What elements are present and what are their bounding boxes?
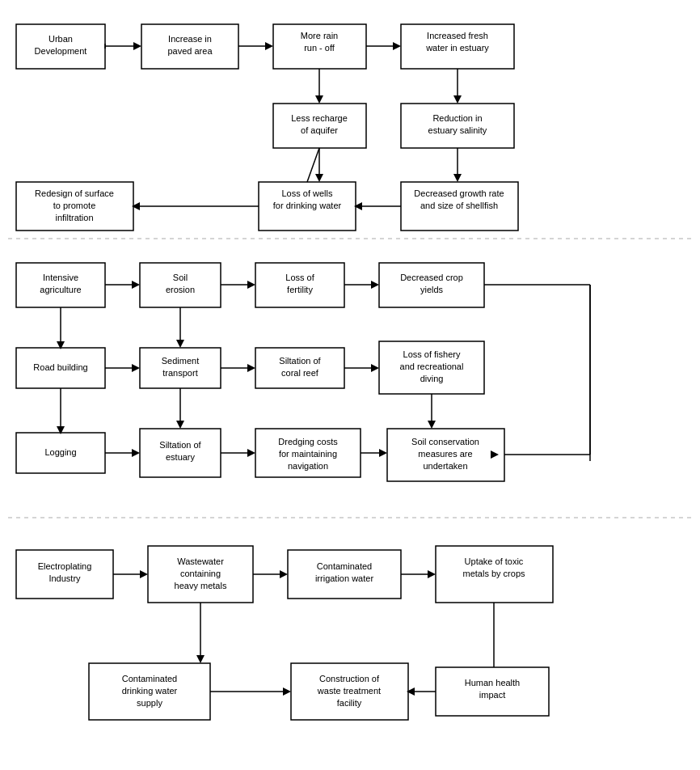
svg-marker-142 xyxy=(196,655,205,663)
svg-text:navigation: navigation xyxy=(288,461,328,471)
section2-svg: Intensive agriculture Soil erosion Loss … xyxy=(8,251,692,526)
main-diagram: Urban Development Increase in paved area… xyxy=(8,8,692,760)
svg-text:estuary salinity: estuary salinity xyxy=(428,125,487,135)
svg-text:drinking water: drinking water xyxy=(122,686,178,696)
svg-marker-4 xyxy=(133,42,141,50)
svg-text:Increased fresh: Increased fresh xyxy=(427,31,488,40)
svg-marker-96 xyxy=(132,449,140,457)
svg-marker-15 xyxy=(393,42,401,50)
svg-text:estuary: estuary xyxy=(166,452,196,462)
svg-marker-58 xyxy=(247,281,255,289)
svg-text:coral reef: coral reef xyxy=(281,368,319,378)
svg-marker-84 xyxy=(371,364,379,372)
svg-text:for drinking water: for drinking water xyxy=(273,201,342,210)
svg-marker-70 xyxy=(176,340,184,348)
svg-marker-22 xyxy=(453,95,462,104)
svg-marker-92 xyxy=(428,421,436,429)
svg-text:Dredging costs: Dredging costs xyxy=(278,437,338,446)
svg-text:to promote: to promote xyxy=(53,201,96,210)
svg-marker-130 xyxy=(280,570,288,578)
svg-text:undertaken: undertaken xyxy=(423,461,467,471)
svg-text:Siltation of: Siltation of xyxy=(279,356,321,366)
svg-text:Uptake of toxic: Uptake of toxic xyxy=(465,556,524,566)
svg-marker-101 xyxy=(247,449,255,457)
svg-text:metals by crops: metals by crops xyxy=(462,569,525,578)
svg-text:Urban: Urban xyxy=(48,34,73,44)
svg-marker-53 xyxy=(132,281,140,289)
svg-text:yields: yields xyxy=(420,285,444,294)
svg-text:infiltration: infiltration xyxy=(55,213,93,222)
svg-text:diving: diving xyxy=(420,374,444,383)
section1-svg: Urban Development Increase in paved area… xyxy=(8,8,692,243)
svg-text:water in estuary: water in estuary xyxy=(425,43,489,53)
svg-marker-10 xyxy=(265,42,273,50)
svg-text:and recreational: and recreational xyxy=(400,362,464,371)
svg-marker-32 xyxy=(453,174,462,182)
svg-text:for maintaining: for maintaining xyxy=(279,449,337,459)
svg-text:irrigation water: irrigation water xyxy=(315,573,373,583)
svg-text:Logging: Logging xyxy=(44,447,76,457)
svg-marker-107 xyxy=(379,449,387,457)
svg-text:Human health: Human health xyxy=(465,678,521,688)
svg-marker-90 xyxy=(176,421,184,429)
svg-marker-20 xyxy=(315,95,323,104)
svg-marker-79 xyxy=(247,364,255,372)
svg-text:Industry: Industry xyxy=(48,573,81,583)
svg-marker-30 xyxy=(315,174,323,182)
svg-text:Construction of: Construction of xyxy=(319,674,380,683)
svg-text:measures are: measures are xyxy=(418,449,472,459)
svg-text:containing: containing xyxy=(180,569,221,578)
svg-text:erosion: erosion xyxy=(166,285,195,294)
svg-text:run - off: run - off xyxy=(304,43,335,53)
svg-text:facility: facility xyxy=(337,698,362,708)
svg-text:heavy metals: heavy metals xyxy=(175,581,227,590)
svg-text:impact: impact xyxy=(479,690,505,700)
svg-text:Contaminated: Contaminated xyxy=(317,561,373,571)
svg-marker-63 xyxy=(371,281,379,289)
svg-text:Contaminated: Contaminated xyxy=(122,674,178,683)
svg-text:Loss of wells: Loss of wells xyxy=(282,188,333,198)
svg-text:fertility: fertility xyxy=(287,285,313,294)
svg-text:Sediment: Sediment xyxy=(162,356,199,366)
svg-text:Increase in: Increase in xyxy=(168,34,212,44)
svg-text:waste treatment: waste treatment xyxy=(317,686,381,696)
svg-text:transport: transport xyxy=(162,368,197,378)
svg-text:agriculture: agriculture xyxy=(40,285,81,294)
svg-text:Less recharge: Less recharge xyxy=(291,113,348,123)
svg-text:Decreased growth rate: Decreased growth rate xyxy=(414,188,504,198)
svg-text:Redesign of surface: Redesign of surface xyxy=(35,188,114,198)
svg-text:Road building: Road building xyxy=(33,362,87,372)
svg-text:Loss of fishery: Loss of fishery xyxy=(403,349,461,359)
svg-marker-74 xyxy=(132,364,140,372)
svg-text:Intensive: Intensive xyxy=(43,273,78,282)
svg-text:Siltation of: Siltation of xyxy=(159,440,201,450)
svg-text:supply: supply xyxy=(137,698,162,708)
svg-text:Electroplating: Electroplating xyxy=(38,561,92,571)
svg-text:and size of shellfish: and size of shellfish xyxy=(420,201,498,210)
svg-text:Soil: Soil xyxy=(173,273,188,282)
svg-text:Development: Development xyxy=(35,46,87,56)
svg-marker-135 xyxy=(428,570,436,578)
svg-text:paved area: paved area xyxy=(167,46,213,56)
svg-text:Decreased crop: Decreased crop xyxy=(400,273,463,282)
svg-text:Reduction in: Reduction in xyxy=(432,113,482,123)
svg-text:Wastewater: Wastewater xyxy=(177,556,224,566)
svg-marker-148 xyxy=(283,688,291,696)
svg-text:Soil conservation: Soil conservation xyxy=(411,437,479,446)
svg-text:Loss of: Loss of xyxy=(285,273,314,282)
svg-marker-124 xyxy=(140,570,148,578)
section3-svg: Electroplating Industry Wastewater conta… xyxy=(8,534,692,760)
svg-text:of aquifer: of aquifer xyxy=(301,125,338,135)
svg-text:More rain: More rain xyxy=(301,31,338,40)
